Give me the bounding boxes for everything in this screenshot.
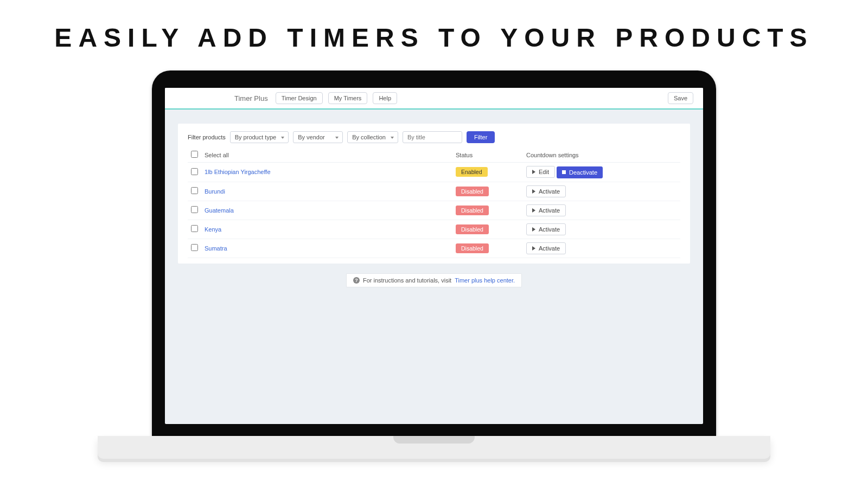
activate-button[interactable]: Activate [526,185,566,197]
page-headline: EASILY ADD TIMERS TO YOUR PRODUCTS [0,23,868,53]
filter-collection[interactable]: By collection [347,131,398,143]
stop-icon [562,170,566,174]
laptop-mockup: Timer Plus Timer Design My Timers Help S… [152,70,716,459]
product-link[interactable]: Kenya [205,226,221,233]
status-badge: Enabled [456,167,488,177]
product-link[interactable]: Guatemala [205,207,234,214]
activate-label: Activate [539,188,560,195]
row-checkbox[interactable] [191,225,198,232]
status-badge: Disabled [456,224,489,234]
select-all-checkbox[interactable] [191,151,198,158]
filter-row: Filter products By product type By vendo… [188,131,680,143]
app-brand: Timer Plus [234,94,268,102]
play-icon [532,170,535,174]
nav-timer-design[interactable]: Timer Design [276,92,323,104]
laptop-base [98,436,770,459]
col-select-all: Select all [201,147,452,163]
edit-button[interactable]: Edit [526,166,555,178]
activate-label: Activate [539,245,560,252]
play-icon [532,246,535,251]
play-icon [532,208,535,213]
table-row: GuatemalaDisabledActivate [188,201,680,220]
row-checkbox[interactable] [191,187,198,194]
product-link[interactable]: 1lb Ethiopian Yirgacheffe [205,169,271,175]
row-checkbox[interactable] [191,168,198,175]
products-table: Select all Status Countdown settings 1lb… [188,147,680,258]
activate-label: Activate [539,226,560,233]
product-link[interactable]: Sumatra [205,245,227,252]
status-badge: Disabled [456,206,489,215]
deactivate-label: Deactivate [569,169,597,176]
col-status: Status [452,147,523,163]
edit-label: Edit [539,169,549,175]
filter-label: Filter products [188,134,226,140]
filter-title-input[interactable] [403,131,462,143]
status-badge: Disabled [456,187,489,196]
activate-button[interactable]: Activate [526,223,566,235]
filter-vendor[interactable]: By vendor [293,131,343,143]
row-checkbox[interactable] [191,244,198,251]
help-icon: ? [353,277,360,284]
deactivate-button[interactable]: Deactivate [557,166,603,178]
save-button[interactable]: Save [668,92,693,104]
table-row: SumatraDisabledActivate [188,239,680,258]
play-icon [532,189,535,194]
filter-button[interactable]: Filter [467,131,495,143]
product-link[interactable]: Burundi [205,188,225,195]
laptop-notch [393,436,475,444]
nav-my-timers[interactable]: My Timers [328,92,368,104]
activate-button[interactable]: Activate [526,242,566,254]
help-text: For instructions and tutorials, visit [363,277,451,284]
activate-button[interactable]: Activate [526,204,566,216]
help-note: ? For instructions and tutorials, visit … [346,273,522,287]
table-row: KenyaDisabledActivate [188,220,680,239]
nav-help[interactable]: Help [373,92,397,104]
products-panel: Filter products By product type By vendo… [178,124,690,264]
app-topbar: Timer Plus Timer Design My Timers Help S… [165,88,703,110]
row-checkbox[interactable] [191,206,198,213]
status-badge: Disabled [456,243,489,253]
activate-label: Activate [539,207,560,214]
filter-product-type[interactable]: By product type [230,131,289,143]
col-settings: Countdown settings [523,147,680,163]
play-icon [532,227,535,232]
help-link[interactable]: Timer plus help center. [455,277,515,284]
table-row: 1lb Ethiopian YirgacheffeEnabledEdit Dea… [188,163,680,182]
table-row: BurundiDisabledActivate [188,182,680,201]
